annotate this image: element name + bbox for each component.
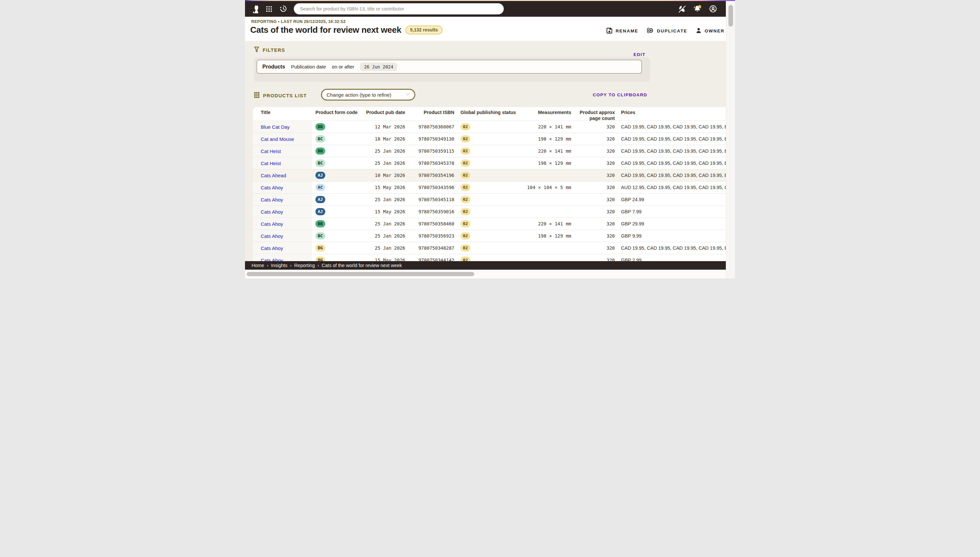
notification-bell-icon[interactable] — [693, 5, 702, 13]
cell-pub-date: 25 Jan 2026 — [364, 221, 407, 226]
page-title: Cats of the world for review next week — [250, 25, 401, 35]
cell-status: 02 — [456, 257, 525, 261]
cell-page-count: 320 — [573, 136, 616, 142]
product-title-link[interactable]: Cats Ahoy — [261, 233, 283, 239]
cell-title: Cats Ahoy — [253, 254, 312, 261]
filter-rule[interactable]: Products Publication date on or after 26… — [257, 60, 642, 74]
filter-operator: on or after — [332, 64, 354, 70]
cell-measurements: 104 × 104 × 5 mm — [525, 185, 573, 190]
status-badge: 02 — [460, 123, 470, 130]
vertical-scrollbar-thumb[interactable] — [728, 5, 733, 26]
cell-title: Cats Ahoy — [253, 181, 312, 193]
vertical-scrollbar-track — [726, 1, 735, 278]
product-title-link[interactable]: Cats Ahoy — [261, 185, 283, 191]
rename-button[interactable]: RENAME — [606, 27, 638, 35]
form-code-badge: AJ — [315, 208, 325, 215]
filters-section-header: FILTERS — [254, 46, 285, 54]
cell-status: 02 — [456, 220, 525, 227]
breadcrumb-link[interactable]: Home — [252, 263, 264, 268]
product-title-link[interactable]: Cats Ahoy — [261, 209, 283, 215]
change-action-select[interactable]: Change action (type to refine) — [321, 89, 415, 101]
horizontal-scrollbar-track — [245, 270, 726, 278]
product-title-link[interactable]: Blue Cat Day — [261, 124, 289, 130]
product-title-link[interactable]: Cats Ahead — [261, 173, 286, 178]
cell-status: 02 — [456, 172, 525, 179]
cell-prices: AUD 12.95, CAD 19.95, CAD 19.95, CAD 19.… — [616, 185, 726, 190]
duplicate-button[interactable]: DUPLICATE — [647, 26, 687, 35]
column-header-isbn: Product ISBN — [407, 107, 456, 121]
search-input[interactable] — [294, 3, 504, 15]
status-badge: 02 — [460, 208, 470, 215]
cell-page-count: 320 — [573, 185, 616, 190]
breadcrumb-separator: › — [290, 263, 292, 268]
breadcrumb-link[interactable]: Insights — [271, 263, 288, 268]
apps-grid-icon[interactable] — [265, 5, 273, 13]
form-code-badge: AC — [315, 184, 325, 191]
account-circle-icon[interactable] — [709, 5, 717, 13]
chevron-down-icon — [405, 92, 410, 98]
filter-scope: Products — [262, 64, 285, 70]
cell-form-code: BC — [312, 135, 364, 143]
breadcrumb-link[interactable]: Reporting — [294, 263, 315, 268]
filter-value-chip: 26 Jun 2024 — [360, 63, 397, 71]
product-title-link[interactable]: Cats Ahoy — [261, 257, 283, 261]
cell-form-code: AJ — [312, 196, 364, 203]
cell-prices: CAD 19.95, CAD 19.95, CAD 19.95, CAD 19.… — [616, 124, 726, 129]
column-header-page-count: Product approx page count — [573, 107, 616, 121]
table-row: Cats AhoyDG15 May 2026978075034414202320… — [253, 254, 726, 261]
cell-status: 02 — [456, 123, 525, 130]
cell-isbn: 9780750344142 — [407, 257, 456, 261]
status-badge: 02 — [460, 135, 470, 143]
person-icon — [696, 27, 702, 35]
cell-form-code: AJ — [312, 172, 364, 179]
cell-pub-date: 25 Jan 2026 — [364, 197, 407, 202]
breadcrumb-separator: › — [267, 263, 268, 268]
breadcrumb-current: Cats of the world for review next week — [322, 263, 402, 268]
cell-page-count: 320 — [573, 209, 616, 214]
results-count-badge: 5,132 results — [405, 26, 442, 34]
table-row: Cats AheadAJ10 Mar 202697807503541960232… — [253, 169, 726, 181]
product-title-link[interactable]: Cat Heist — [261, 148, 281, 154]
product-title-link[interactable]: Cat and Mouse — [261, 136, 294, 142]
filter-field: Publication date — [291, 64, 326, 70]
funnel-icon — [254, 46, 259, 54]
edit-filters-link[interactable]: EDIT — [634, 52, 645, 57]
history-icon[interactable] — [279, 5, 288, 13]
cell-title: Cat and Mouse — [253, 133, 312, 145]
cell-form-code: AC — [312, 184, 364, 191]
products-list-label: PRODUCTS LIST — [263, 93, 307, 98]
form-code-badge: AJ — [315, 172, 325, 179]
table-header-row: Title Product form code Product pub date… — [253, 107, 726, 121]
products-list-header: PRODUCTS LIST Change action (type to ref… — [254, 89, 651, 101]
cell-measurements: 198 × 129 mm — [525, 136, 573, 142]
table-row: Cats AhoyAJ25 Jan 2026978075034511802320… — [253, 193, 726, 205]
horizontal-scrollbar-thumb[interactable] — [247, 272, 474, 276]
column-header-prices: Prices — [616, 107, 726, 121]
owner-button[interactable]: OWNER — [696, 27, 725, 35]
cell-pub-date: 25 Jan 2026 — [364, 161, 407, 166]
product-title-link[interactable]: Cats Ahoy — [261, 197, 283, 202]
save-icon — [606, 27, 613, 35]
cell-prices: CAD 19.95, CAD 19.95, CAD 19.95, CAD 19.… — [616, 245, 726, 251]
cell-isbn: 9780750345118 — [407, 197, 456, 202]
cell-status: 02 — [456, 232, 525, 239]
status-badge: 02 — [460, 147, 470, 155]
column-header-title: Title — [253, 107, 312, 121]
product-title-link[interactable]: Cat Heist — [261, 161, 281, 166]
product-title-link[interactable]: Cats Ahoy — [261, 221, 283, 227]
duplicate-icon — [647, 26, 655, 35]
cell-status: 02 — [456, 184, 525, 191]
form-code-badge: BC — [315, 232, 325, 239]
cell-form-code: BC — [312, 232, 364, 239]
table-row: Cat HeistBB25 Jan 2026978075035911502220… — [253, 145, 726, 157]
cell-page-count: 320 — [573, 197, 616, 202]
app-logo-cat-icon[interactable] — [252, 4, 260, 14]
header-actions: RENAME DUPLICATE OWNER — [606, 26, 725, 35]
cell-prices: GBP 7.99 — [616, 209, 726, 214]
cell-title: Cats Ahoy — [253, 206, 312, 218]
table-row: Blue Cat DayBB12 Mar 2026978075036006702… — [253, 121, 726, 133]
cell-measurements: 220 × 141 mm — [525, 124, 573, 129]
theme-toggle-icon[interactable] — [678, 5, 686, 13]
copy-to-clipboard-link[interactable]: COPY TO CLIPBOARD — [593, 93, 647, 97]
product-title-link[interactable]: Cats Ahoy — [261, 245, 283, 251]
